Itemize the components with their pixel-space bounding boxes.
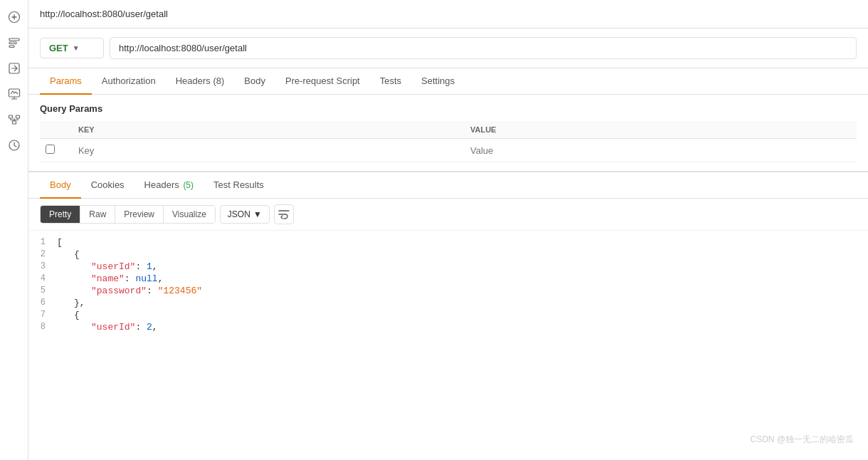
method-select[interactable]: GET ▼ [40,38,104,58]
sidebar-icon-flow[interactable] [3,108,26,131]
json-chevron-icon: ▼ [253,209,262,219]
response-tab-headers[interactable]: Headers (5) [134,172,203,199]
tab-pre-request-script[interactable]: Pre-request Script [275,68,370,95]
line-num-4: 4 [28,273,57,283]
query-params-title: Query Params [40,103,857,114]
tab-body[interactable]: Body [234,68,275,95]
code-line-8: 8 "userId": 2, [28,321,868,333]
tab-headers[interactable]: Headers (8) [166,68,235,95]
line-num-3: 3 [28,261,57,271]
line-num-2: 2 [28,249,57,259]
title-url: http://localhost:8080/user/getall [40,9,168,19]
chevron-down-icon: ▼ [73,44,80,52]
response-tab-cookies[interactable]: Cookies [81,172,134,199]
col-value: VALUE [465,121,857,139]
sidebar [0,0,28,460]
sidebar-icon-new[interactable] [3,6,26,28]
tab-tests[interactable]: Tests [370,68,411,95]
code-line-4: 4 "name": null, [28,273,868,285]
svg-rect-1 [9,38,19,41]
wrap-button[interactable] [274,204,294,224]
code-line-3: 3 "userId": 1, [28,261,868,273]
params-table: KEY VALUE [40,121,857,162]
col-checkbox [40,121,73,139]
code-line-6: 6 }, [28,297,868,309]
row-checkbox [40,139,73,162]
json-format-label: JSON [228,209,250,219]
param-value-input[interactable] [470,145,851,156]
code-line-7: 7 { [28,309,868,321]
line-content-5: "password": "123456" [57,286,202,296]
query-params-section: Query Params KEY VALUE [28,95,868,172]
sidebar-icon-history[interactable] [3,31,26,54]
response-tabs: Body Cookies Headers (5) Test Results [28,172,868,199]
format-btn-group: Pretty Raw Preview Visualize [40,205,216,224]
sidebar-icon-monitor[interactable] [3,83,26,105]
line-num-6: 6 [28,298,57,308]
request-bar: GET ▼ [28,28,868,68]
param-value-input-cell [465,139,857,162]
table-row [40,139,857,162]
response-headers-badge: (5) [183,180,194,190]
param-checkbox[interactable] [46,145,55,154]
line-content-4: "name": null, [57,273,163,284]
line-num-5: 5 [28,286,57,296]
svg-rect-8 [12,121,16,124]
param-key-input[interactable] [78,145,459,156]
sidebar-icon-import[interactable] [3,57,26,80]
method-label: GET [49,43,68,53]
line-content-1: [ [57,237,63,248]
col-key: KEY [73,121,465,139]
response-tab-body[interactable]: Body [40,172,81,199]
url-input[interactable] [110,37,857,59]
main-content: http://localhost:8080/user/getall GET ▼ … [28,0,868,460]
line-content-3: "userId": 1, [57,261,158,272]
format-bar: Pretty Raw Preview Visualize JSON ▼ [28,199,868,231]
response-tab-headers-label: Headers [144,179,179,190]
json-format-select[interactable]: JSON ▼ [220,205,270,224]
svg-rect-2 [9,42,16,44]
line-content-6: }, [57,298,85,308]
line-content-8: "userId": 2, [57,322,158,333]
format-btn-raw[interactable]: Raw [80,206,115,223]
line-content-7: { [57,310,80,320]
svg-rect-7 [16,115,19,118]
tab-settings[interactable]: Settings [411,68,465,95]
response-tab-test-results[interactable]: Test Results [203,172,274,199]
response-section: Body Cookies Headers (5) Test Results Pr… [28,172,868,460]
param-key-input-cell [73,139,465,162]
code-area: 1 [ 2 { 3 "userId": 1, 4 "na [28,231,868,460]
format-btn-preview[interactable]: Preview [115,206,164,223]
svg-rect-6 [9,115,12,118]
request-tabs: Params Authorization Headers (8) Body Pr… [28,68,868,95]
code-line-2: 2 { [28,249,868,261]
line-content-2: { [57,249,80,260]
svg-rect-3 [9,46,14,48]
watermark: CSDN @独一无二的哈密瓜 [750,434,854,446]
sidebar-icon-history-clock[interactable] [3,134,26,157]
format-btn-pretty[interactable]: Pretty [41,206,80,223]
line-num-1: 1 [28,237,57,247]
line-num-7: 7 [28,310,57,320]
line-num-8: 8 [28,322,57,332]
format-btn-visualize[interactable]: Visualize [164,206,215,223]
tab-params[interactable]: Params [40,68,92,95]
code-line-1: 1 [ [28,236,868,249]
tab-authorization[interactable]: Authorization [92,68,166,95]
title-bar: http://localhost:8080/user/getall [28,0,868,28]
code-line-5: 5 "password": "123456" [28,285,868,297]
